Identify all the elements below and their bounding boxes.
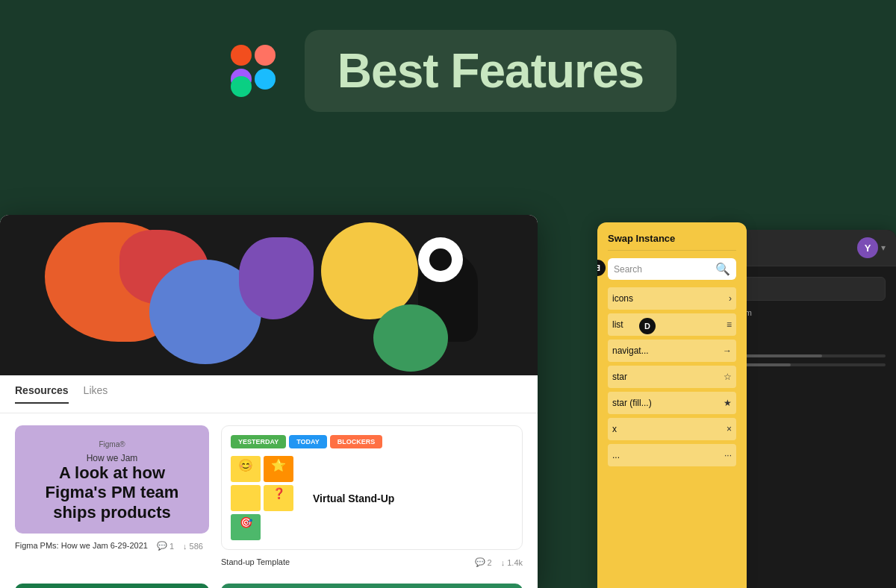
bottom-cards-row: ▶ Updates Quality updates 30 features, f… bbox=[15, 584, 523, 588]
figma-jam-card[interactable]: Figma® How we Jam A look at how Figma's … bbox=[15, 425, 209, 572]
comment-icon: 💬 bbox=[157, 541, 167, 551]
arrow-right-icon: → bbox=[723, 345, 732, 356]
header-section: Best Features bbox=[0, 0, 896, 134]
slider-row-1 bbox=[727, 354, 886, 357]
hero-shape-green bbox=[373, 304, 448, 372]
list-icon: ≡ bbox=[727, 319, 732, 330]
sticky-note-1: 😊 bbox=[231, 456, 261, 482]
collaborator-cards-card[interactable]: Collaborator Cards bbox=[221, 584, 523, 588]
hero-eye bbox=[418, 237, 463, 282]
tab-today[interactable]: TODAY bbox=[289, 435, 327, 448]
browser-nav: Resources Likes bbox=[0, 375, 538, 413]
swap-item-list[interactable]: list ≡ bbox=[608, 313, 736, 336]
comment-icon-2: 💬 bbox=[475, 557, 485, 567]
purple-card-comments: 💬 1 bbox=[157, 541, 174, 551]
swap-item-star-filled[interactable]: star (fill...) ★ bbox=[608, 392, 736, 414]
hero-shape-purple bbox=[239, 237, 314, 319]
chevron-down-icon: ▾ bbox=[881, 243, 886, 253]
standup-tabs: YESTERDAY TODAY BLOCKERS bbox=[231, 435, 513, 448]
swap-item-star[interactable]: star ☆ bbox=[608, 366, 736, 388]
swap-item-dots[interactable]: ... ··· bbox=[608, 444, 736, 466]
card-subtitle: How we Jam bbox=[30, 453, 194, 463]
close-icon: × bbox=[727, 424, 732, 434]
standup-comments: 💬 2 bbox=[475, 557, 492, 567]
tab-yesterday[interactable]: YESTERDAY bbox=[231, 435, 286, 448]
swap-panel-inner: Swap Instance Search 🔍 icons › list ≡ na… bbox=[597, 222, 747, 479]
user-avatar: Y bbox=[857, 237, 878, 258]
svg-rect-4 bbox=[231, 76, 252, 97]
svg-rect-0 bbox=[231, 45, 252, 66]
standup-title: Virtual Stand-Up bbox=[313, 492, 394, 504]
swap-item-icons[interactable]: icons › bbox=[608, 287, 736, 310]
main-browser-window: Resources Likes Figma® How we Jam A look… bbox=[0, 215, 538, 588]
nav-tab-likes[interactable]: Likes bbox=[84, 384, 108, 404]
props-slider-group bbox=[727, 354, 886, 366]
swap-search-text: Search bbox=[614, 264, 712, 275]
swap-item-x[interactable]: x × bbox=[608, 418, 736, 440]
cards-area: d d s team t the here! s Y ▾ d s team bbox=[0, 207, 896, 588]
nav-tab-resources[interactable]: Resources bbox=[15, 384, 69, 404]
standup-card-wrapper[interactable]: YESTERDAY TODAY BLOCKERS 😊 ⭐ bbox=[221, 425, 523, 572]
swap-items-list: icons › list ≡ navigat... → star ☆ star … bbox=[608, 287, 736, 469]
top-cards-row: Figma® How we Jam A look at how Figma's … bbox=[15, 425, 523, 572]
swap-search-box[interactable]: Search 🔍 bbox=[608, 258, 736, 280]
download-icon: ↓ bbox=[183, 542, 187, 551]
quality-updates-card[interactable]: ▶ Updates Quality updates 30 features, f… bbox=[15, 584, 209, 588]
props-sliders-section bbox=[727, 354, 886, 366]
annotation-badge-d: D bbox=[639, 318, 656, 334]
download-icon-2: ↓ bbox=[501, 558, 505, 567]
slider-track-1 bbox=[727, 354, 886, 357]
swap-item-navigation[interactable]: navigat... → bbox=[608, 340, 736, 362]
standup-body: 😊 ⭐ ❓ 🎯 bbox=[231, 456, 513, 540]
standup-card-body: YESTERDAY TODAY BLOCKERS 😊 ⭐ bbox=[221, 425, 523, 550]
svg-rect-1 bbox=[255, 45, 276, 66]
figma-label: Figma® bbox=[30, 440, 194, 448]
search-icon: 🔍 bbox=[715, 262, 730, 276]
sticky-note-5: 🎯 bbox=[231, 514, 261, 540]
standup-card-meta: Stand-up Template 💬 2 ↓ 1.4k bbox=[221, 553, 523, 572]
card-title: A look at how Figma's PM team ships prod… bbox=[30, 463, 194, 522]
browser-hero-image bbox=[0, 215, 538, 375]
sticky-notes: 😊 ⭐ ❓ 🎯 bbox=[231, 456, 305, 540]
tab-blockers[interactable]: BLOCKERS bbox=[330, 435, 383, 448]
props-extra-text: s bbox=[727, 377, 886, 390]
swap-panel-title: Swap Instance bbox=[608, 233, 736, 251]
svg-rect-3 bbox=[255, 69, 276, 90]
star-filled-icon: ★ bbox=[724, 398, 732, 408]
sticky-note-2: ⭐ bbox=[264, 456, 293, 482]
purple-card-name: Figma PMs: How we Jam 6-29-2021 bbox=[15, 541, 148, 551]
sticky-note-4: ❓ bbox=[264, 485, 293, 511]
purple-card-meta: Figma PMs: How we Jam 6-29-2021 💬 1 ↓ 58… bbox=[15, 537, 209, 555]
slider-row-2 bbox=[727, 363, 886, 366]
purple-card-body: Figma® How we Jam A look at how Figma's … bbox=[15, 425, 209, 534]
chevron-right-icon: › bbox=[729, 293, 732, 304]
props-description: s team t the here! bbox=[727, 307, 886, 344]
star-outline-icon: ☆ bbox=[724, 372, 732, 382]
sticky-note-3 bbox=[231, 485, 261, 511]
best-features-badge: Best Features bbox=[305, 30, 676, 112]
best-features-title: Best Features bbox=[337, 44, 644, 98]
more-icon: ··· bbox=[724, 450, 732, 460]
swap-instance-panel: Swap Instance Search 🔍 icons › list ≡ na… bbox=[597, 222, 747, 588]
purple-card-downloads: ↓ 586 bbox=[183, 541, 203, 551]
slider-track-2 bbox=[727, 363, 886, 366]
standup-card-name: Stand-up Template bbox=[221, 557, 466, 567]
props-text-section: d s team t the here! bbox=[727, 277, 886, 344]
props-value: d bbox=[727, 277, 886, 301]
browser-content: Figma® How we Jam A look at how Figma's … bbox=[0, 413, 538, 588]
figma-logo-icon bbox=[220, 37, 287, 104]
standup-downloads: ↓ 1.4k bbox=[501, 557, 523, 567]
